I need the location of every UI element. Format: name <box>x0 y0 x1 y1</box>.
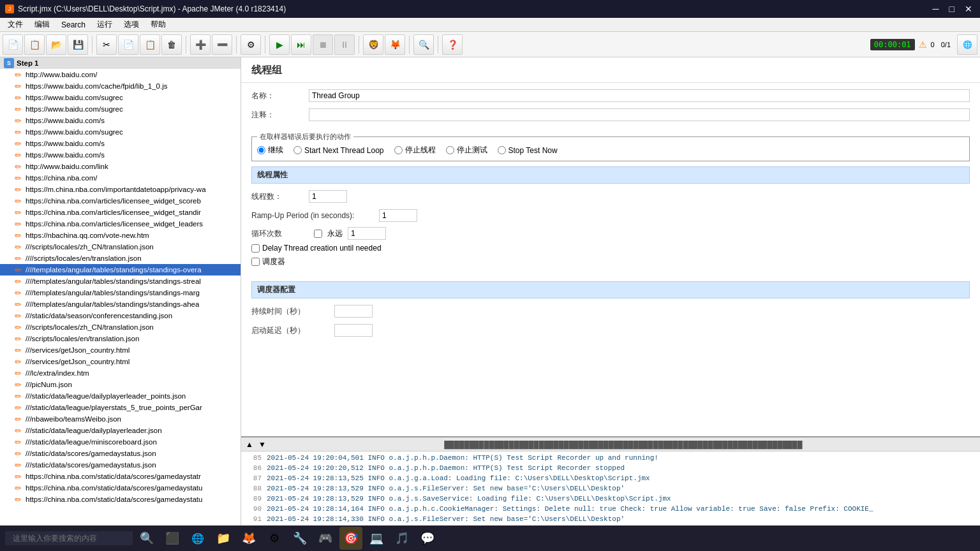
tree-item[interactable]: ✏https://www.baidu.com/s <box>0 138 241 149</box>
log-scroll-up[interactable]: ▲ <box>244 440 255 449</box>
taskbar-search[interactable] <box>5 531 133 545</box>
taskbar-start-icon[interactable]: ⬛ <box>161 527 184 550</box>
open-button[interactable]: 📂 <box>46 34 66 55</box>
tree-item[interactable]: ✏https://china.nba.com/static/data/score… <box>0 482 241 494</box>
tree-item[interactable]: ✏https://www.baidu.com/s <box>0 115 241 126</box>
taskbar-target-icon[interactable]: 🎯 <box>339 527 362 550</box>
tree-item[interactable]: ✏https://china.nba.com/static/data/score… <box>0 494 241 505</box>
tree-item[interactable]: ✏///scripts/locales/zh_CN/translation.js… <box>0 321 241 333</box>
tree-item[interactable]: ✏///scripts/locales/zh_CN/translation.js… <box>0 241 241 253</box>
tree-item[interactable]: ✏https://china.nba.com/articles/licensee… <box>0 218 241 230</box>
clear-all-button[interactable]: 🦊 <box>385 34 405 55</box>
radio-continue[interactable]: 继续 <box>257 145 283 156</box>
tree-item[interactable]: ✏https://china.nba.com/static/data/score… <box>0 471 241 482</box>
close-button[interactable]: ✕ <box>962 4 975 14</box>
comment-input[interactable] <box>309 108 970 121</box>
maximize-button[interactable]: □ <box>947 4 957 14</box>
delay-checkbox[interactable] <box>251 244 260 253</box>
thread-count-input[interactable] <box>309 190 347 203</box>
tree-item[interactable]: ✏https://m.china.nba.com/importantdateto… <box>0 184 241 195</box>
taskbar-folder-icon[interactable]: 📁 <box>212 527 235 550</box>
open-template-button[interactable]: 📋 <box>24 34 45 55</box>
tree-item[interactable]: ✏///lc/extra/index.htm <box>0 367 241 379</box>
tree-item[interactable]: ✏////templates/angular/tables/standings/… <box>0 276 241 287</box>
name-input[interactable] <box>309 89 970 102</box>
menu-edit[interactable]: 编辑 <box>29 18 55 31</box>
tree-item[interactable]: ✏https://china.nba.com/articles/licensee… <box>0 207 241 218</box>
menu-options[interactable]: 选项 <box>119 18 144 31</box>
search-button[interactable]: 🔍 <box>413 34 434 55</box>
tree-item[interactable]: ✏////templates/angular/tables/standings/… <box>0 264 241 276</box>
save-button[interactable]: 💾 <box>68 34 88 55</box>
tree-item[interactable]: ✏///static/data/league/playerstats_5_tru… <box>0 402 241 413</box>
tree-item[interactable]: ✏http://www.baidu.com/ <box>0 69 241 80</box>
tree-item[interactable]: ✏https://china.nba.com/articles/licensee… <box>0 195 241 207</box>
forever-checkbox[interactable] <box>314 230 322 238</box>
tree-root[interactable]: S Step 1 <box>0 57 241 69</box>
tree-item[interactable]: ✏///nbaweibo/teamsWeibo.json <box>0 413 241 425</box>
menu-run[interactable]: 运行 <box>92 18 117 31</box>
tree-item[interactable]: ✏///static/data/scores/gamedaystatus.jso… <box>0 448 241 459</box>
stop-button[interactable]: ⏹ <box>313 34 333 55</box>
tree-item[interactable]: ✏////scripts/locales/en/translation.json <box>0 253 241 264</box>
tree-item[interactable]: ✏///static/data/league/miniscoreboard.js… <box>0 436 241 448</box>
taskbar-search-icon[interactable]: 🔍 <box>135 527 158 550</box>
radio-stop-test-now[interactable]: Stop Test Now <box>498 146 558 155</box>
taskbar-game-icon[interactable]: 🎮 <box>314 527 337 550</box>
tree-item-text: https://www.baidu.com/s <box>26 140 105 147</box>
shutdown-button[interactable]: ⏸ <box>334 34 355 55</box>
new-button[interactable]: 📄 <box>3 34 23 55</box>
taskbar-browser-icon[interactable]: 🦊 <box>237 527 260 550</box>
scheduler-checkbox[interactable] <box>251 258 260 266</box>
remote-button[interactable]: 🌐 <box>957 34 977 55</box>
start-button[interactable]: ▶ <box>269 34 290 55</box>
loop-count-input[interactable] <box>348 227 386 240</box>
duration-input[interactable] <box>334 305 373 318</box>
tree-item-text: ///scripts/locales/zh_CN/translation.jso… <box>26 243 154 251</box>
taskbar-terminal-icon[interactable]: 💻 <box>365 527 388 550</box>
start-no-pause-button[interactable]: ⏭ <box>291 34 311 55</box>
delete-button[interactable]: 🗑 <box>161 34 182 55</box>
taskbar-tools-icon[interactable]: 🔧 <box>288 527 311 550</box>
tree-item[interactable]: ✏http://www.baidu.com/link <box>0 161 241 172</box>
tree-item[interactable]: ✏https://www.baidu.com/sugrec <box>0 126 241 138</box>
minimize-button[interactable]: ─ <box>930 4 942 14</box>
tree-item[interactable]: ✏////templates/angular/tables/standings/… <box>0 287 241 298</box>
tree-item[interactable]: ✏https://www.baidu.com/sugrec <box>0 92 241 103</box>
tree-item[interactable]: ✏///static/data/league/dailyplayerleader… <box>0 425 241 436</box>
taskbar-settings-icon[interactable]: ⚙ <box>263 527 286 550</box>
menu-help[interactable]: 帮助 <box>145 18 171 31</box>
tree-item[interactable]: ✏///static/data/league/dailyplayerleader… <box>0 390 241 402</box>
taskbar-chat-icon[interactable]: 💬 <box>416 527 439 550</box>
tree-item[interactable]: ✏///scripts/locales/en/translation.json <box>0 333 241 344</box>
menu-search[interactable]: Search <box>56 19 91 31</box>
tree-item[interactable]: ✏///services/getJson_country.html <box>0 344 241 356</box>
tree-item[interactable]: ✏///static/data/scores/gamedaystatus.jso… <box>0 459 241 471</box>
tree-item[interactable]: ✏////templates/angular/tables/standings/… <box>0 298 241 310</box>
tree-item[interactable]: ✏https://nbachina.qq.com/vote-new.htm <box>0 230 241 241</box>
copy-button[interactable]: 📄 <box>118 34 138 55</box>
add-button[interactable]: ➕ <box>190 34 211 55</box>
tree-item[interactable]: ✏https://www.baidu.com/sugrec <box>0 103 241 115</box>
ramp-up-input[interactable] <box>379 209 417 222</box>
menu-file[interactable]: 文件 <box>3 18 28 31</box>
configure-button[interactable]: ⚙ <box>241 34 261 55</box>
tree-item[interactable]: ✏https://china.nba.com/ <box>0 172 241 184</box>
tree-item[interactable]: ✏///static/data/season/conferencestandin… <box>0 310 241 321</box>
radio-stop-thread[interactable]: 停止线程 <box>394 145 436 156</box>
log-scroll-down[interactable]: ▼ <box>256 440 268 449</box>
tree-item[interactable]: ✏https://www.baidu.com/cache/fpid/lib_1_… <box>0 80 241 92</box>
cut-button[interactable]: ✂ <box>96 34 117 55</box>
paste-button[interactable]: 📋 <box>140 34 160 55</box>
radio-next-loop[interactable]: Start Next Thread Loop <box>293 146 384 155</box>
radio-stop-test[interactable]: 停止测试 <box>446 145 487 156</box>
tree-item[interactable]: ✏///services/getJson_country.html <box>0 356 241 367</box>
remove-button[interactable]: ➖ <box>212 34 232 55</box>
start-delay-input[interactable] <box>334 324 373 337</box>
taskbar-edge-icon[interactable]: 🌐 <box>186 527 209 550</box>
tree-item[interactable]: ✏https://www.baidu.com/s <box>0 149 241 161</box>
tree-item[interactable]: ✏///picNum.json <box>0 379 241 390</box>
taskbar-music-icon[interactable]: 🎵 <box>390 527 413 550</box>
clear-button[interactable]: 🦁 <box>363 34 383 55</box>
help-button[interactable]: ❓ <box>442 34 463 55</box>
